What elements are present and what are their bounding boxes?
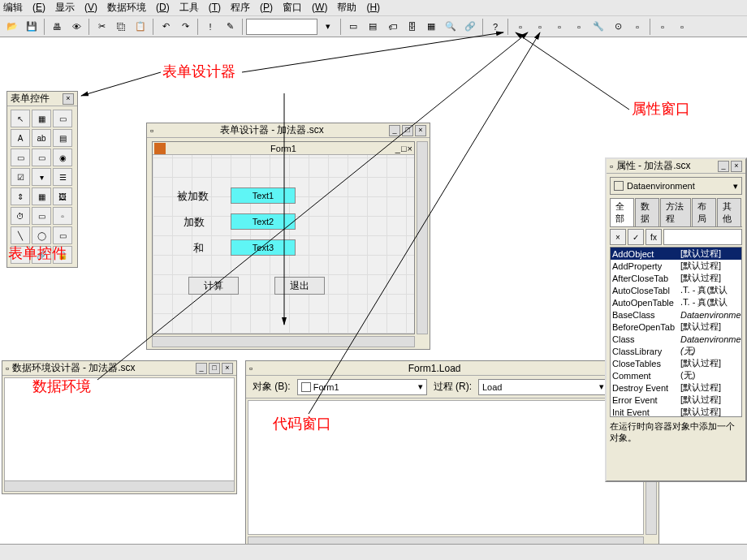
tb-h-icon[interactable]: ▫ <box>654 18 671 36</box>
hyperlink-tool[interactable]: 🔗 <box>32 246 51 264</box>
prop-row[interactable]: AutoOpenTable.T. - 真(默认 <box>611 296 741 308</box>
combobox-tool[interactable]: ▾ <box>32 168 51 186</box>
prop-row[interactable]: BeforeOpenTab[默认过程] <box>611 321 741 333</box>
scrollbar-horizontal[interactable] <box>152 336 415 347</box>
save-icon[interactable]: 💾 <box>23 18 41 36</box>
menu-program[interactable]: 程序(P) <box>231 1 273 15</box>
tb-i-icon[interactable]: ▫ <box>673 18 691 36</box>
fx-accept-icon[interactable]: ✓ <box>628 229 644 245</box>
print-icon[interactable]: 🖶 <box>48 18 66 36</box>
prop-row[interactable]: Error Event[默认过程] <box>611 394 741 406</box>
props-object-combo[interactable]: Dataenvironment ▾ <box>610 177 742 195</box>
container-tool[interactable]: ▭ <box>53 226 72 244</box>
editbox-tool[interactable]: ▤ <box>53 129 72 147</box>
object-combo[interactable] <box>246 19 317 35</box>
redo-icon[interactable]: ↷ <box>176 18 194 36</box>
maximize-icon[interactable]: □ <box>209 363 220 374</box>
tb-f-icon[interactable]: ⊙ <box>609 18 627 36</box>
prop-row[interactable]: CloseTables[默认过程] <box>611 357 741 369</box>
listbox-tool[interactable]: ☰ <box>53 168 72 186</box>
report-icon[interactable]: ▤ <box>364 18 382 36</box>
shape-tool[interactable]: ◯ <box>32 226 51 244</box>
menu-help[interactable]: 帮助(H) <box>337 1 380 15</box>
lock-tool[interactable]: 🔒 <box>53 246 72 264</box>
separator-tool[interactable]: ⋮ <box>11 246 30 264</box>
dataenv-body[interactable] <box>4 377 235 492</box>
help-icon[interactable]: ? <box>486 18 504 36</box>
fx-value[interactable] <box>663 229 742 245</box>
table-icon[interactable]: ▦ <box>422 18 440 36</box>
run-icon[interactable]: ! <box>201 18 219 36</box>
modify-icon[interactable]: ✎ <box>221 18 239 36</box>
menu-view[interactable]: 显示(V) <box>55 1 97 15</box>
undo-icon[interactable]: ↶ <box>157 18 175 36</box>
minimize-icon[interactable]: _ <box>718 161 729 172</box>
connection-icon[interactable]: 🔗 <box>461 18 479 36</box>
maximize-icon[interactable]: □ <box>402 125 413 136</box>
label-3[interactable]: 和 <box>193 241 204 256</box>
fx-cancel-icon[interactable]: × <box>610 229 626 245</box>
object-combo[interactable]: Form1 ▾ <box>297 379 427 395</box>
grid-tool[interactable]: ▦ <box>32 187 51 205</box>
checkbox-tool[interactable]: ☑ <box>11 168 30 186</box>
pageframe-tool[interactable]: ▭ <box>32 207 51 225</box>
close-icon[interactable]: × <box>222 363 233 374</box>
preview-icon[interactable]: 👁 <box>67 18 85 36</box>
pointer-tool[interactable]: ↖ <box>11 110 30 127</box>
form-canvas[interactable]: Form1 _ □ × 被加数 加数 和 Text1 Text2 Text3 计… <box>152 141 415 334</box>
prop-row[interactable]: ClassLibrary(无) <box>611 345 741 357</box>
tb-d-icon[interactable]: ▫ <box>570 18 588 36</box>
tab-other[interactable]: 其他 <box>717 198 741 226</box>
label-icon[interactable]: 🏷 <box>383 18 401 36</box>
minimize-icon[interactable]: _ <box>389 125 400 136</box>
tb-c-icon[interactable]: ▫ <box>551 18 568 36</box>
prop-row[interactable]: AddProperty[默认过程] <box>611 260 741 272</box>
close-icon[interactable]: × <box>731 161 742 172</box>
optiongroup-tool[interactable]: ◉ <box>53 149 72 166</box>
query-icon[interactable]: 🔍 <box>442 18 460 36</box>
proc-combo[interactable]: Load ▾ <box>478 379 608 395</box>
form-max-icon[interactable]: □ <box>401 144 407 153</box>
timer-tool[interactable]: ⏱ <box>11 207 30 225</box>
prop-row[interactable]: AutoCloseTabl.T. - 真(默认 <box>611 284 741 296</box>
calc-button[interactable]: 计算 <box>188 277 239 295</box>
button-tool[interactable]: ▭ <box>53 110 72 127</box>
tab-methods[interactable]: 方法程 <box>660 198 691 226</box>
prop-row[interactable]: Comment(无) <box>611 369 741 381</box>
scrollbar-vertical[interactable] <box>417 141 428 334</box>
label-1[interactable]: 被加数 <box>177 189 209 204</box>
database-icon[interactable]: 🗄 <box>403 18 421 36</box>
prop-row[interactable]: AfterCloseTab[默认过程] <box>611 272 741 284</box>
tab-data[interactable]: 数据 <box>635 198 659 226</box>
open-icon[interactable]: 📂 <box>3 18 21 36</box>
fx-builder-icon[interactable]: fx <box>646 229 662 245</box>
form-body[interactable]: 被加数 加数 和 Text1 Text2 Text3 计算 退出 <box>153 155 414 334</box>
form-icon[interactable]: ▭ <box>344 18 362 36</box>
tab-all[interactable]: 全部 <box>610 198 634 226</box>
menu-edit[interactable]: 编辑(E) <box>3 1 45 15</box>
prop-row[interactable]: Init Event[默认过程] <box>611 406 741 417</box>
minimize-icon[interactable]: _ <box>196 363 207 374</box>
textbox-1[interactable]: Text1 <box>231 187 296 204</box>
tab-layout[interactable]: 布局 <box>692 198 716 226</box>
tb-g-icon[interactable]: ▫ <box>628 18 646 36</box>
textbox-3[interactable]: Text3 <box>231 239 296 256</box>
label-tool[interactable]: A <box>11 129 30 147</box>
prop-row[interactable]: BaseClassDataenvironme <box>611 308 741 321</box>
code-editor[interactable] <box>248 400 644 535</box>
commandbutton-tool[interactable]: ▭ <box>11 149 30 166</box>
close-icon[interactable]: × <box>63 93 74 105</box>
label-2[interactable]: 加数 <box>184 215 205 230</box>
menu-window[interactable]: 窗口(W) <box>283 1 327 15</box>
ole-tool[interactable]: ▫ <box>53 207 72 225</box>
textbox-2[interactable]: Text2 <box>231 213 296 230</box>
menu-dataenv[interactable]: 数据环境(D) <box>107 1 170 15</box>
tb-a-icon[interactable]: ▫ <box>512 18 529 36</box>
select-tool[interactable]: ▦ <box>32 110 51 127</box>
scrollbar-horizontal[interactable] <box>4 480 235 492</box>
copy-icon[interactable]: ⿻ <box>112 18 130 36</box>
prop-row[interactable]: AddObject[默认过程] <box>611 248 741 260</box>
exit-button[interactable]: 退出 <box>274 277 325 295</box>
props-list[interactable]: AddObject[默认过程]AddProperty[默认过程]AfterClo… <box>610 247 742 417</box>
textbox-tool[interactable]: ab <box>32 129 51 147</box>
